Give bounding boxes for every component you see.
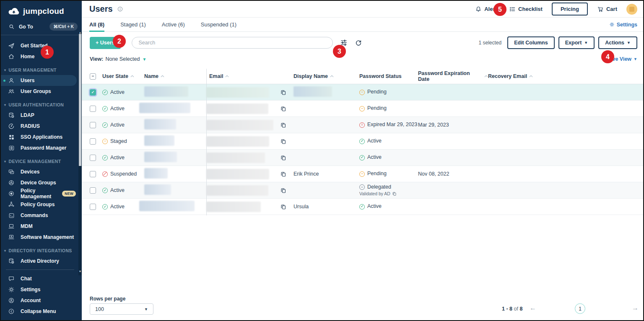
sidebar-item-user-groups[interactable]: User Groups bbox=[1, 86, 82, 97]
actions-button[interactable]: Actions▼ bbox=[598, 36, 637, 49]
table-row[interactable]: Active Ursula Active bbox=[82, 199, 643, 215]
tab-active[interactable]: Active (6) bbox=[162, 18, 185, 32]
sidebar-item-commands[interactable]: Commands bbox=[1, 210, 82, 221]
paper-plane-icon bbox=[8, 42, 15, 49]
sidebar-item-chat[interactable]: Chat bbox=[1, 273, 78, 284]
goto-search[interactable]: Go To ⌘/Ctrl + K bbox=[1, 19, 82, 35]
sidebar-item-users[interactable]: Users bbox=[1, 75, 77, 86]
edit-columns-button[interactable]: Edit Columns bbox=[507, 36, 555, 49]
cart-button[interactable]: Cart bbox=[597, 6, 617, 13]
row-checkbox[interactable] bbox=[90, 155, 96, 161]
table-row[interactable]: Active Pending bbox=[82, 84, 643, 101]
sidebar-item-policy-management[interactable]: Policy Management NEW bbox=[1, 188, 82, 199]
jumpcloud-admin-console: jumpcloud Go To ⌘/Ctrl + K Get Started H… bbox=[0, 0, 644, 321]
gauge-icon bbox=[8, 122, 15, 130]
people-icon bbox=[8, 88, 15, 95]
section-user-management[interactable]: ▾USER MANAGEMENT bbox=[4, 67, 82, 72]
copy-icon[interactable] bbox=[280, 171, 286, 177]
caret-down-icon: ▼ bbox=[144, 307, 148, 311]
row-checkbox[interactable] bbox=[90, 171, 96, 177]
header-email[interactable]: Email bbox=[206, 73, 293, 79]
table-row[interactable]: Staged Active bbox=[82, 133, 643, 150]
rows-per-page-select[interactable]: 100 ▼ bbox=[90, 303, 153, 315]
row-checkbox[interactable] bbox=[90, 204, 96, 210]
header-password-status[interactable]: Password Status bbox=[359, 73, 418, 79]
next-page-icon[interactable]: → bbox=[632, 304, 639, 312]
row-checkbox[interactable] bbox=[90, 138, 96, 145]
info-icon[interactable] bbox=[117, 6, 123, 12]
previous-page-icon[interactable]: ← bbox=[530, 304, 536, 312]
sidebar-item-mdm[interactable]: MDM bbox=[1, 221, 82, 232]
row-checkbox[interactable] bbox=[90, 187, 96, 194]
header-display-name[interactable]: Display Name bbox=[293, 73, 359, 79]
table-row[interactable]: Active Active bbox=[82, 150, 643, 166]
export-button[interactable]: Export▼ bbox=[558, 36, 595, 49]
sidebar-item-radius[interactable]: RADIUS bbox=[1, 121, 82, 132]
sidebar-item-label: Policy Groups bbox=[21, 202, 55, 207]
scroll-up-icon[interactable]: ▲ bbox=[78, 31, 82, 34]
sidebar-item-label: Chat bbox=[21, 276, 32, 282]
current-page-button[interactable]: 1 bbox=[575, 303, 585, 314]
section-user-authentication[interactable]: ▾USER AUTHENTICATION bbox=[4, 102, 82, 107]
scrollbar-thumb[interactable] bbox=[79, 34, 81, 166]
sort-caret-icon bbox=[225, 75, 229, 78]
caret-down-icon[interactable]: ▼ bbox=[142, 57, 146, 62]
header-recovery-email[interactable]: Recovery Email bbox=[488, 73, 643, 79]
row-checkbox[interactable] bbox=[90, 89, 96, 96]
sidebar-item-password-manager[interactable]: Password Manager bbox=[1, 142, 82, 153]
copy-icon[interactable] bbox=[280, 122, 286, 128]
section-directory-integrations[interactable]: ▾DIRECTORY INTEGRATIONS bbox=[4, 248, 82, 253]
select-all-checkbox[interactable] bbox=[90, 73, 96, 80]
home-icon bbox=[8, 53, 15, 60]
sidebar-item-device-groups[interactable]: Device Groups bbox=[1, 177, 82, 188]
selected-count: 1 selected bbox=[478, 40, 501, 46]
header-name[interactable]: Name bbox=[144, 73, 206, 79]
search-input[interactable] bbox=[132, 37, 333, 49]
sidebar-item-devices[interactable]: Devices bbox=[1, 166, 82, 177]
sidebar-item-ldap[interactable]: LDAP bbox=[1, 110, 82, 121]
redacted-email bbox=[206, 104, 268, 114]
checklist-button[interactable]: Checklist bbox=[509, 6, 543, 13]
page-title: Users bbox=[89, 4, 113, 14]
table-row[interactable]: Active Expired Mar 29, 2023 Mar 29, 2023 bbox=[82, 117, 643, 133]
gear-icon bbox=[8, 286, 15, 293]
sidebar-item-settings[interactable]: Settings bbox=[1, 284, 78, 295]
password-status: Pending bbox=[367, 105, 387, 112]
annotation-circle-5: 5 bbox=[493, 3, 506, 16]
copy-icon[interactable] bbox=[280, 204, 286, 210]
sidebar-item-active-directory[interactable]: Active Directory bbox=[1, 256, 82, 267]
pricing-button[interactable]: Pricing bbox=[552, 3, 588, 16]
sidebar-item-policy-groups[interactable]: Policy Groups bbox=[1, 199, 82, 210]
sidebar-item-sso-applications[interactable]: SSO Applications bbox=[1, 132, 82, 142]
refresh-icon[interactable] bbox=[355, 39, 362, 47]
scroll-down-icon[interactable]: ▼ bbox=[78, 270, 82, 273]
header-password-expiration[interactable]: Password Expiration Date bbox=[418, 70, 488, 82]
section-device-management[interactable]: ▾DEVICE MANAGEMENT bbox=[4, 159, 82, 164]
sidebar-item-label: Settings bbox=[21, 287, 40, 293]
sidebar-item-label: Users bbox=[21, 78, 34, 83]
sidebar-item-software-management[interactable]: Software Management bbox=[1, 232, 82, 243]
tab-bar: All (8) Staged (1) Active (6) Suspended … bbox=[82, 18, 643, 32]
tab-staged[interactable]: Staged (1) bbox=[120, 18, 146, 32]
settings-link[interactable]: Settings bbox=[609, 22, 637, 28]
row-checkbox[interactable] bbox=[90, 106, 96, 112]
sidebar-item-account[interactable]: Account bbox=[1, 295, 78, 306]
tab-suspended[interactable]: Suspended (1) bbox=[201, 18, 236, 32]
sidebar-scrollbar[interactable]: ▲ ▼ bbox=[78, 32, 82, 275]
copy-icon[interactable] bbox=[280, 106, 286, 112]
jumpcloud-logo: jumpcloud bbox=[1, 1, 82, 19]
header-user-state[interactable]: User State bbox=[102, 73, 144, 79]
table-row[interactable]: Active Delegated Validated by AD bbox=[82, 182, 643, 199]
table-row[interactable]: Active Pending bbox=[82, 101, 643, 117]
avatar[interactable] bbox=[626, 4, 637, 15]
table-row[interactable]: Suspended Erik Prince Pending Nov 08, 20… bbox=[82, 166, 643, 182]
tab-all[interactable]: All (8) bbox=[89, 18, 104, 32]
copy-icon[interactable] bbox=[280, 138, 286, 145]
checklist-icon bbox=[509, 6, 516, 13]
copy-icon[interactable] bbox=[280, 155, 286, 161]
copy-icon[interactable] bbox=[280, 89, 286, 96]
copy-icon[interactable] bbox=[280, 187, 286, 194]
view-value[interactable]: None Selected bbox=[105, 56, 140, 62]
row-checkbox[interactable] bbox=[90, 122, 96, 128]
sidebar-item-collapse-menu[interactable]: Collapse Menu bbox=[1, 306, 78, 317]
